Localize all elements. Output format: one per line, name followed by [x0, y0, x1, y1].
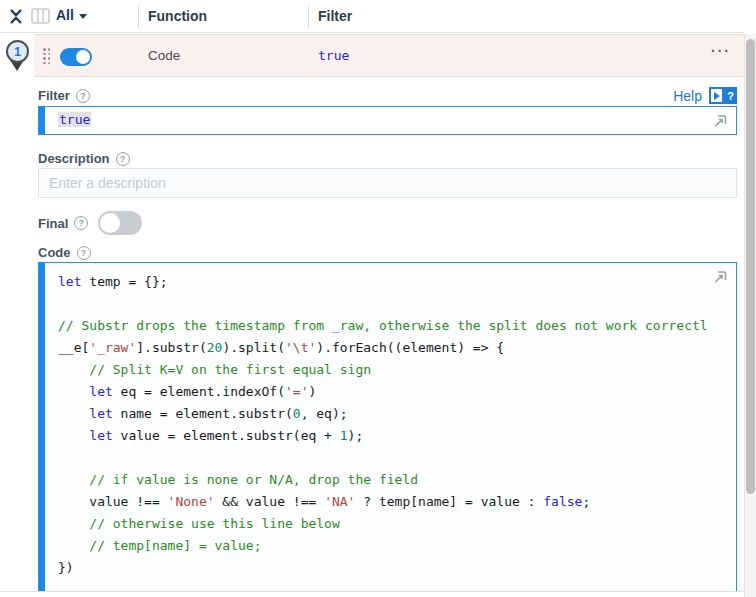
filter-column-header: Filter — [318, 8, 352, 24]
pipeline-function-editor: All Function Filter 1 Code true ··· Filt… — [0, 0, 756, 597]
pane-bottom-border — [0, 591, 744, 592]
final-toggle[interactable] — [98, 211, 142, 235]
code-field-header: Code ? — [38, 244, 737, 261]
filter-expression-value: true — [58, 112, 91, 127]
expand-editor-icon[interactable] — [711, 112, 729, 130]
function-enabled-toggle[interactable] — [60, 48, 92, 66]
final-label: Final — [38, 216, 68, 231]
function-row-filter-value: true — [318, 48, 349, 63]
drag-handle-icon[interactable] — [43, 48, 52, 65]
toggle-knob — [100, 213, 120, 233]
code-editor[interactable]: let temp = {};// Substr drops the timest… — [38, 262, 737, 592]
final-field-row: Final ? — [38, 211, 737, 235]
help-link-group[interactable]: Help ? — [673, 87, 737, 104]
function-name: Code — [148, 48, 180, 63]
function-column-header: Function — [148, 8, 207, 24]
description-field-header: Description ? — [38, 150, 737, 167]
code-help-icon[interactable]: ? — [77, 246, 91, 260]
help-video-icon[interactable]: ? — [709, 87, 737, 104]
function-index-number: 1 — [6, 40, 29, 63]
code-label: Code — [38, 245, 71, 260]
group-filter-dropdown[interactable]: All — [56, 7, 87, 23]
function-index-pin: 1 — [5, 40, 31, 72]
function-row[interactable]: Code true ··· — [34, 34, 744, 77]
description-input[interactable] — [38, 168, 737, 198]
vertical-scrollbar[interactable] — [744, 34, 756, 597]
input-accent-bar — [39, 107, 45, 134]
toggle-knob — [76, 50, 90, 64]
group-filter-label: All — [56, 7, 74, 23]
description-label: Description — [38, 151, 110, 166]
header-divider — [138, 5, 139, 28]
final-help-icon[interactable]: ? — [74, 216, 88, 230]
chevron-down-icon — [79, 14, 87, 19]
scrollbar-thumb[interactable] — [746, 39, 755, 494]
row-overflow-menu[interactable]: ··· — [711, 43, 731, 59]
help-link[interactable]: Help — [673, 88, 702, 104]
filter-help-icon[interactable]: ? — [76, 89, 90, 103]
play-icon — [709, 87, 724, 104]
input-accent-bar — [39, 263, 45, 592]
collapse-all-icon[interactable] — [8, 7, 24, 26]
filter-label: Filter — [38, 88, 70, 103]
description-help-icon[interactable]: ? — [116, 152, 130, 166]
code-content: let temp = {};// Substr drops the timest… — [58, 271, 734, 579]
filter-expression-input[interactable]: true — [38, 106, 737, 135]
function-list-header: All Function Filter — [0, 0, 744, 33]
question-mark-icon: ? — [724, 87, 737, 104]
columns-icon[interactable] — [31, 8, 50, 24]
expand-editor-icon[interactable] — [711, 268, 729, 286]
filter-field-header: Filter ? Help ? — [38, 87, 737, 104]
header-divider — [308, 5, 309, 28]
